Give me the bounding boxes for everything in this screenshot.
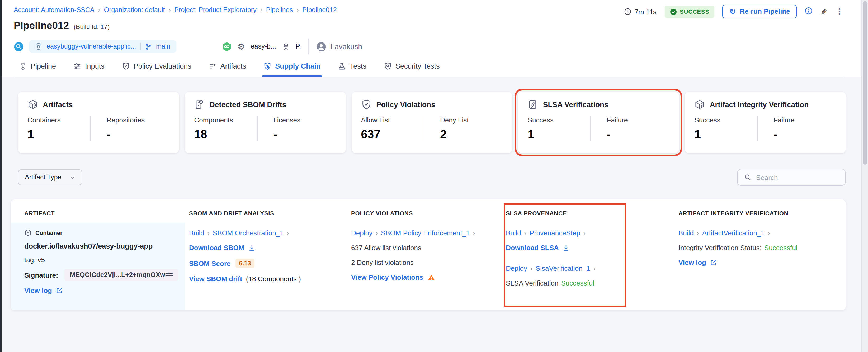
download-icon: [248, 244, 255, 252]
sbom-score-badge: 6.13: [236, 259, 255, 268]
artifact-verification-step-link[interactable]: ArtifactVerification_1: [702, 229, 765, 237]
provenance-step-link[interactable]: ProvenanceStep: [530, 229, 580, 237]
view-policy-violations-link[interactable]: View Policy Violations: [351, 274, 424, 281]
tab-policy-evaluations[interactable]: Policy Evaluations: [122, 62, 191, 76]
column-sbom-drift: SBOM AND DRIFT ANALYSIS: [185, 210, 347, 223]
chevron-down-icon: [70, 174, 76, 180]
build-meta-row: easybuggy-vulnerable-applic... main ⚙ ea…: [14, 38, 844, 54]
trigger-name: easy-b...: [251, 43, 276, 50]
search-icon: [744, 173, 751, 181]
pipeline-icon: [19, 62, 27, 70]
artifact-type-select[interactable]: Artifact Type: [18, 169, 83, 185]
integrity-status-value: Successful: [764, 244, 798, 252]
tab-tests[interactable]: Tests: [338, 62, 366, 76]
metric-containers: Containers 1: [27, 116, 90, 141]
card-artifacts: Artifacts Containers 1 Repositories -: [18, 92, 179, 153]
metric-licenses: Licenses -: [257, 116, 336, 141]
app-root: Account: Automation-SSCA › Organization:…: [0, 0, 868, 352]
table-header: ARTIFACT SBOM AND DRIFT ANALYSIS POLICY …: [10, 199, 846, 223]
artifacts-table: ARTIFACT SBOM AND DRIFT ANALYSIS POLICY …: [10, 199, 846, 310]
metric-integrity-success: Success 1: [694, 116, 757, 141]
user-avatar-icon: [316, 41, 326, 52]
sliders-icon: [73, 62, 81, 70]
tab-pipeline[interactable]: Pipeline: [19, 62, 56, 76]
tab-security-tests[interactable]: Security Tests: [384, 62, 440, 76]
branch-name-link[interactable]: main: [156, 43, 170, 50]
card-policy-violations: Policy Violations Allow List 637 Deny Li…: [351, 92, 513, 153]
shield-check-icon: [122, 62, 130, 70]
trigger-avatar-icon: [14, 41, 24, 52]
page-header: Account: Automation-SSCA › Organization:…: [0, 0, 868, 77]
deny-list-violations: 2 Deny list violations: [351, 259, 492, 266]
slsa-certificate-icon: [528, 99, 538, 110]
integrity-view-log-link[interactable]: View log: [678, 259, 717, 266]
gear-icon[interactable]: ⚙: [237, 41, 245, 52]
flask-icon: [338, 62, 346, 70]
repo-name-link[interactable]: easybuggy-vulnerable-applic...: [46, 43, 136, 50]
slsa-verification-step-link[interactable]: SlsaVerification_1: [536, 264, 590, 272]
tab-supply-chain[interactable]: Supply Chain: [264, 62, 321, 76]
cube-icon: [27, 99, 38, 110]
breadcrumb-separator: ›: [98, 6, 100, 14]
page-title: Pipeline012: [14, 20, 69, 32]
pipeline-tabs: Pipeline Inputs Policy Evaluations Artif…: [14, 62, 844, 77]
card-slsa-verifications: SLSA Verifications Success 1 Failure -: [518, 92, 679, 153]
sbom-scroll-icon: [194, 99, 205, 110]
table-row: Container docker.io/lavakush07/easy-bugg…: [10, 223, 846, 310]
metric-integrity-failure: Failure -: [757, 116, 836, 141]
info-icon[interactable]: [805, 7, 813, 17]
header-actions: 7m 11s SUCCESS ↻ Re-run Pipeline ✎ ⋮: [624, 5, 844, 19]
trigger-cluster: ⚙ easy-b... P.: [221, 41, 301, 52]
artifact-view-log-link[interactable]: View log: [24, 287, 63, 294]
filter-row: Artifact Type: [18, 169, 846, 186]
meta-divider: [308, 38, 309, 54]
download-sbom-link[interactable]: Download SBOM: [189, 244, 255, 252]
shield-search-icon: [384, 62, 392, 70]
breadcrumb-project[interactable]: Project: Product Exploratory: [174, 6, 256, 14]
summary-cards: Artifacts Containers 1 Repositories - De…: [18, 92, 846, 153]
rerun-pipeline-button[interactable]: ↻ Re-run Pipeline: [722, 5, 797, 19]
title-row: Pipeline012 (Build Id: 17): [14, 20, 844, 32]
left-nav-edge: [0, 0, 2, 352]
breadcrumb-pipelines[interactable]: Pipelines: [266, 6, 293, 14]
breadcrumb-account[interactable]: Account: Automation-SSCA: [14, 6, 94, 14]
signature-value-pill[interactable]: MEQCICde2Vjl...L+2+mqnOXw==: [65, 269, 178, 281]
breadcrumb-separator: ›: [297, 6, 299, 14]
search-input[interactable]: [756, 173, 839, 181]
shield-check-icon: [361, 99, 371, 110]
policy-stage-link[interactable]: Deploy: [351, 229, 372, 237]
git-branch-icon: [145, 43, 152, 50]
slsa-build-stage-link[interactable]: Build: [506, 229, 521, 237]
edit-pipeline-icon[interactable]: ✎: [821, 8, 827, 15]
more-options-icon[interactable]: ⋮: [835, 7, 844, 16]
artifact-list-icon: [209, 62, 217, 70]
breadcrumb-organization[interactable]: Organization: default: [104, 6, 165, 14]
tab-artifacts[interactable]: Artifacts: [209, 62, 246, 76]
metric-slsa-failure: Failure -: [591, 116, 670, 141]
scrollbar-thumb[interactable]: [863, 1, 867, 165]
download-slsa-link[interactable]: Download SLSA: [506, 244, 570, 252]
build-duration: 7m 11s: [624, 8, 656, 15]
breadcrumb-separator: ›: [168, 6, 170, 14]
cube-icon: [694, 99, 705, 110]
breadcrumb-pipeline012[interactable]: Pipeline012: [302, 6, 337, 14]
sbom-stage-link[interactable]: Build: [189, 229, 204, 237]
sbom-score-link[interactable]: SBOM Score: [189, 259, 231, 267]
tab-inputs[interactable]: Inputs: [73, 62, 104, 76]
integrity-status-label: Integrity Verification Status:: [678, 244, 762, 252]
integrity-stage-link[interactable]: Build: [678, 229, 694, 237]
artifact-image-name: docker.io/lavakush07/easy-buggy-app: [24, 242, 176, 250]
slsa-deploy-stage-link[interactable]: Deploy: [506, 264, 527, 272]
column-policy-violations: POLICY VIOLATIONS: [347, 210, 502, 223]
container-cube-icon: [24, 229, 32, 236]
build-id: (Build Id: 17): [74, 23, 110, 31]
view-sbom-drift-link[interactable]: View SBOM drift: [189, 275, 242, 283]
metric-repositories: Repositories -: [90, 116, 169, 141]
policy-step-link[interactable]: SBOM Policy Enforcement_1: [381, 229, 470, 237]
sbom-step-link[interactable]: SBOM Orchestration_1: [213, 229, 284, 237]
download-icon: [563, 244, 570, 252]
integrity-cell: Build › ArtifactVerification_1 › Integri…: [674, 223, 846, 310]
vertical-scrollbar[interactable]: [861, 0, 868, 352]
chip-divider: [140, 43, 141, 50]
sbom-cell: Build › SBOM Orchestration_1 › Download …: [185, 223, 347, 310]
